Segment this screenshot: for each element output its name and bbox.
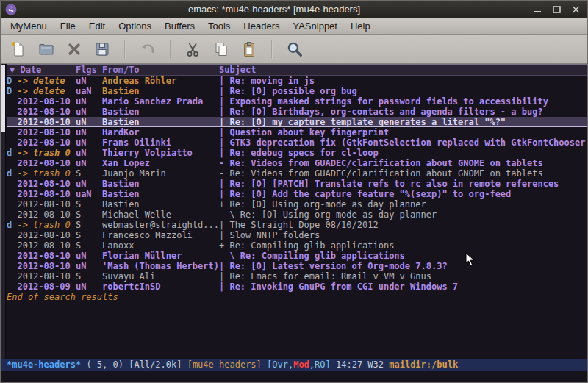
message-row[interactable]: d-> trash 0SJuanjo Marin- Re: Videos fro… <box>7 168 587 179</box>
col-flags: uaN <box>76 189 102 199</box>
col-flags: uN <box>76 127 102 137</box>
column-header-from[interactable]: From/To <box>102 65 219 76</box>
col-date: -> delete <box>17 86 75 96</box>
message-row[interactable]: 2012-08-10SFrancesco Mazzoli| Slow NNTP … <box>7 230 587 240</box>
col-from: HardKor <box>102 127 219 137</box>
modeline-flags-open: [Ovr, <box>267 359 293 370</box>
message-row[interactable]: 2012-08-10uNMario Sanchez Prada| Exposin… <box>7 96 587 107</box>
menu-item-file[interactable]: File <box>54 19 82 33</box>
message-row[interactable]: D-> deleteuNAndreas Röhler| Re: moving i… <box>7 76 587 86</box>
titlebar[interactable]: emacs: *mu4e-headers* [mu4e-headers] <box>1 1 587 18</box>
message-row[interactable]: 2012-08-10uNFrans Oilinki| GTK3 deprecat… <box>7 137 587 148</box>
menu-item-headers[interactable]: Headers <box>237 19 286 33</box>
close-button[interactable] <box>570 4 583 15</box>
col-subject: + Re: Compiling glib applications <box>219 240 587 251</box>
col-from: Florian Müllner <box>102 251 219 261</box>
col-mark <box>7 117 17 127</box>
col-subject: | GTK3 deprecation fix (GtkFontSelection… <box>219 137 587 148</box>
modeline-modified-flag: Mod <box>293 359 309 370</box>
open-file-button[interactable] <box>35 37 58 61</box>
scrollbar[interactable] <box>1 64 6 359</box>
cut-button[interactable] <box>182 37 205 61</box>
toolbar <box>1 35 587 64</box>
col-subject: - Re: Videos from GUADEC/clarification a… <box>219 158 587 168</box>
header-line: ▼ DateFlgsFrom/ToSubject <box>7 64 587 76</box>
menu-item-options[interactable]: Options <box>112 19 158 33</box>
mode-line[interactable]: *mu4e-headers* ( 5, 0) [All/2.0k] [mu4e-… <box>1 359 587 371</box>
minimize-button[interactable] <box>531 4 545 15</box>
save-buffer-button[interactable] <box>90 37 114 61</box>
menu-item-edit[interactable]: Edit <box>82 19 112 33</box>
copy-button[interactable] <box>209 37 233 61</box>
menu-bar: MyMenu File Edit Options Buffers Tools H… <box>1 18 587 35</box>
maximize-button[interactable] <box>551 4 564 15</box>
menu-item-tools[interactable]: Tools <box>201 19 237 33</box>
col-subject: | Re: [O] Latest version of Org-mode 7.8… <box>219 261 587 271</box>
col-flags: uN <box>76 76 102 86</box>
col-date: 2012-08-10 <box>17 158 75 168</box>
paste-button[interactable] <box>237 37 261 61</box>
search-button[interactable] <box>283 37 306 61</box>
col-from: Juanjo Marin <box>102 168 219 179</box>
message-row[interactable]: 2012-08-10uaNBastien| Re: [O] Add the ca… <box>7 189 587 199</box>
col-mark <box>7 282 17 292</box>
col-subject: | Re: [O] [PATCH] Translate refs to rc a… <box>219 179 587 189</box>
message-row[interactable]: 2012-08-10uNBastien| Re: [O] my capture … <box>7 117 587 127</box>
column-header-date[interactable]: ▼ Date <box>7 65 76 76</box>
col-mark <box>7 240 17 251</box>
undo-button[interactable] <box>136 37 159 61</box>
message-row[interactable]: 2012-08-10uNXan Lopez- Re: Videos from G… <box>7 158 587 168</box>
col-date: 2012-08-10 <box>17 107 75 117</box>
col-subject: | Re: [O] Birthdays, org-contacts and ag… <box>219 107 587 117</box>
col-date: 2012-08-10 <box>17 240 75 251</box>
menu-item-help[interactable]: Help <box>344 19 377 33</box>
message-row[interactable]: d-> trash 0Swebmaster@straightd...| The … <box>7 220 587 230</box>
message-row[interactable]: 2012-08-10SBastien+ Re: [O] Using org-mo… <box>7 199 587 210</box>
message-row[interactable]: D-> deleteuaNBastien| Re: [O] possible o… <box>7 86 587 96</box>
message-row[interactable]: 2012-08-09uNrobertcInSD| Re: Invoking Gn… <box>7 282 587 292</box>
echo-area[interactable] <box>1 371 587 383</box>
scissors-icon <box>184 40 202 58</box>
message-row[interactable]: 2012-08-10uNBastien| Re: [O] [PATCH] Tra… <box>7 179 587 189</box>
col-from: Suvayu Ali <box>102 271 219 282</box>
message-row[interactable]: 2012-08-10SLanoxx+ Re: Compiling glib ap… <box>7 240 587 251</box>
message-row[interactable]: 2012-08-10SMichael Welle \ Re: [O] Using… <box>7 210 587 220</box>
column-header-flags[interactable]: Flgs <box>76 65 102 76</box>
new-file-button[interactable] <box>7 37 30 61</box>
message-row[interactable]: 2012-08-10uNHardKor| Question about key … <box>7 127 587 137</box>
modeline-major-mode: [mu4e-headers] <box>187 359 267 370</box>
col-from: Bastien <box>102 189 219 199</box>
menu-item-yasnippet[interactable]: YASnippet <box>286 19 343 33</box>
copy-icon <box>212 40 230 58</box>
col-from: Bastien <box>102 199 219 210</box>
col-from: robertcInSD <box>102 282 219 292</box>
menu-item-mymenu[interactable]: MyMenu <box>4 19 54 33</box>
col-mark <box>7 107 17 117</box>
message-row[interactable]: 2012-08-10SSuvayu Ali| Re: Emacs for ema… <box>7 271 587 282</box>
toolbar-separator <box>124 40 126 59</box>
col-flags: uaN <box>76 86 102 96</box>
col-from: Bastien <box>102 179 219 189</box>
kill-buffer-button[interactable] <box>62 37 86 61</box>
message-rows: D-> deleteuNAndreas Röhler| Re: moving i… <box>7 76 587 292</box>
message-row[interactable]: 2012-08-10uN'Mash (Thomas Herbert)| Re: … <box>7 261 587 271</box>
col-mark <box>7 230 17 240</box>
col-date: 2012-08-10 <box>17 96 75 107</box>
col-flags: uN <box>76 117 102 127</box>
col-subject: | Exposing masked strings for password f… <box>219 96 587 107</box>
col-mark <box>7 179 17 189</box>
menu-item-buffers[interactable]: Buffers <box>158 19 201 33</box>
modeline-flags-close: ,RO] <box>309 359 331 370</box>
close-x-icon <box>65 40 83 58</box>
message-row[interactable]: 2012-08-10uNFlorian Müllner \ Re: Compil… <box>7 251 587 261</box>
message-row[interactable]: d-> trash 0uNThierry Volpiatto| Re: edeb… <box>7 148 587 158</box>
col-flags: uN <box>76 148 102 158</box>
column-header-subject[interactable]: Subject <box>219 65 257 76</box>
undo-arrow-icon <box>139 40 157 58</box>
col-date: 2012-08-10 <box>17 230 75 240</box>
col-mark <box>7 158 17 168</box>
col-date: -> trash 0 <box>17 148 75 158</box>
scrollbar-thumb[interactable] <box>1 65 5 132</box>
message-row[interactable]: 2012-08-10uNBastien| Re: [O] Birthdays, … <box>7 107 587 117</box>
col-date: 2012-08-10 <box>17 261 75 271</box>
